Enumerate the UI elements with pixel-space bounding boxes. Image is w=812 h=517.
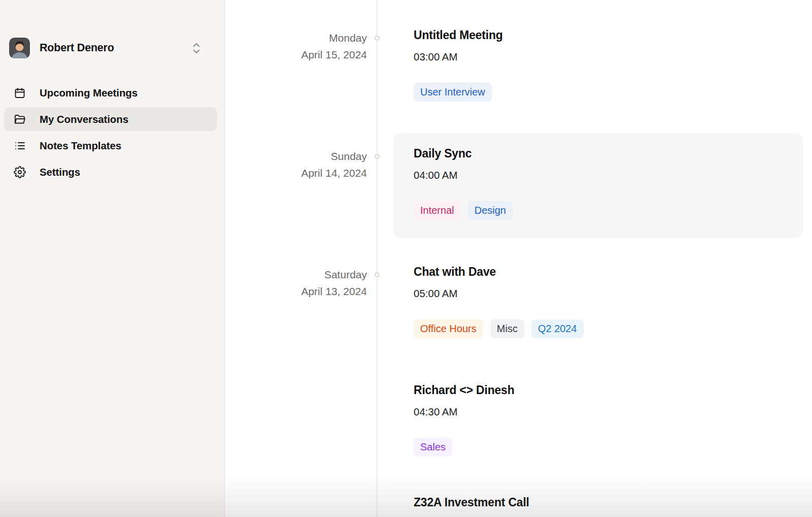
sidebar-item-settings[interactable]: Settings <box>4 160 217 184</box>
tag-row: Office HoursMiscQ2 2024 <box>414 319 584 338</box>
sidebar-item-label: Notes Templates <box>40 140 121 152</box>
meeting-title: Richard <> Dinesh <box>414 382 515 398</box>
conversations-timeline: MondayApril 15, 2024Untitled Meeting03:0… <box>225 0 812 517</box>
gear-icon <box>14 166 26 178</box>
sidebar-item-upcoming-meetings[interactable]: Upcoming Meetings <box>4 81 217 105</box>
date-day: Sunday <box>225 148 367 165</box>
sidebar-item-label: Settings <box>40 166 80 178</box>
date-label: SundayApril 14, 2024 <box>225 148 367 181</box>
meeting-tag[interactable]: Q2 2024 <box>531 319 584 338</box>
meeting-content: Untitled Meeting03:00 AMUser Interview <box>414 27 503 102</box>
calendar-icon <box>14 87 26 99</box>
sidebar-item-label: My Conversations <box>40 113 128 125</box>
tag-row: User Interview <box>414 83 503 102</box>
meeting-time: 05:00 AM <box>414 286 584 300</box>
sidebar-nav: Upcoming Meetings My Conversations <box>4 81 217 184</box>
date-full: April 14, 2024 <box>225 165 367 181</box>
date-label: MondayApril 15, 2024 <box>225 29 367 63</box>
tag-row: InternalDesign <box>414 201 513 220</box>
meeting-content: Daily Sync04:00 AMInternalDesign <box>414 146 513 220</box>
date-day: Monday <box>225 29 367 46</box>
sidebar: Robert Denero Upcoming Meeti <box>0 0 225 517</box>
meeting-tag[interactable]: Design <box>468 201 513 220</box>
date-full: April 13, 2024 <box>225 283 367 300</box>
chevron-up-down-icon[interactable] <box>190 41 202 55</box>
timeline-line <box>377 0 378 517</box>
meeting-title: Z32A Investment Call <box>414 495 529 510</box>
meeting-tag[interactable]: Sales <box>414 438 452 457</box>
meeting-time: 03:00 AM <box>414 50 503 63</box>
meeting-content: Chat with Dave05:00 AMOffice HoursMiscQ2… <box>414 264 584 338</box>
timeline-dot <box>375 36 380 41</box>
sidebar-item-label: Upcoming Meetings <box>40 87 138 99</box>
meeting-content: Z32A Investment Call <box>414 495 529 510</box>
tag-row: Sales <box>414 438 515 457</box>
date-label: SaturdayApril 13, 2024 <box>225 266 367 300</box>
meeting-tag[interactable]: Misc <box>490 319 524 338</box>
sidebar-item-my-conversations[interactable]: My Conversations <box>4 107 217 131</box>
meeting-title: Daily Sync <box>414 146 513 161</box>
app-window: Robert Denero Upcoming Meeti <box>0 0 812 517</box>
meeting-tag[interactable]: Internal <box>414 201 461 220</box>
date-day: Saturday <box>225 266 367 283</box>
timeline-dot <box>375 272 380 277</box>
meeting-tag[interactable]: Office Hours <box>414 319 483 338</box>
meeting-time: 04:00 AM <box>414 168 513 182</box>
user-name: Robert Denero <box>40 42 114 54</box>
sidebar-item-notes-templates[interactable]: Notes Templates <box>4 134 217 157</box>
user-account-switcher[interactable]: Robert Denero <box>9 36 215 59</box>
user-avatar <box>9 38 30 58</box>
meeting-title: Chat with Dave <box>414 264 584 279</box>
meeting-time: 04:30 AM <box>414 405 515 418</box>
meeting-title: Untitled Meeting <box>414 27 503 43</box>
list-icon <box>14 140 26 152</box>
timeline-dot <box>375 154 380 159</box>
meeting-tag[interactable]: User Interview <box>414 83 492 102</box>
date-full: April 15, 2024 <box>225 46 367 63</box>
meeting-content: Richard <> Dinesh04:30 AMSales <box>414 382 515 457</box>
folder-icon <box>14 113 26 125</box>
